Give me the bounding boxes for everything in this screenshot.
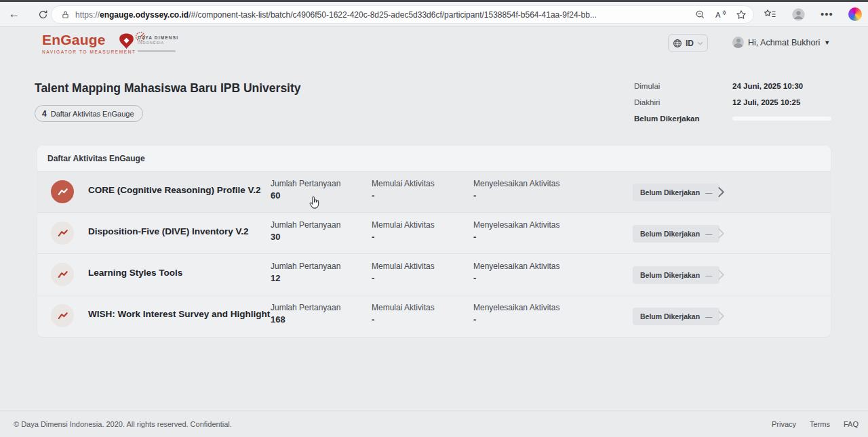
questions-label: Jumlah Pertanyaan: [271, 220, 340, 230]
finish-col: Menyelesaikan Aktivitas -: [473, 262, 559, 283]
finish-col: Menyelesaikan Aktivitas -: [473, 303, 559, 325]
start-col: Memulai Aktivitas -: [372, 303, 435, 325]
card-header: Daftar Aktivitas EnGauge: [37, 146, 831, 171]
browser-window: ← https://engauge.odyssey.co.id/#/compon…: [0, 0, 868, 437]
window-edge: [0, 0, 868, 2]
finish-label: Menyelesaikan Aktivitas: [473, 262, 559, 271]
activities-count-pill[interactable]: 4 Daftar Aktivitas EnGauge: [35, 105, 143, 122]
partner-name-line2: INDONESIA: [138, 41, 178, 45]
end-date-label: Diakhiri: [634, 98, 732, 106]
questions-label: Jumlah Pertanyaan: [271, 303, 340, 312]
url-scheme: https://: [75, 10, 100, 20]
end-date-value: 12 Juli, 2025 10:25: [732, 98, 800, 106]
start-date-row: Dimulai 24 Juni, 2025 10:30: [634, 82, 832, 98]
dash-icon: —: [705, 189, 712, 196]
activity-title: Learning Styles Tools: [88, 268, 182, 278]
url-text: https://engauge.odyssey.co.id/#/componen…: [75, 10, 686, 20]
partner-logo: DAYA DIMENSI INDONESIA: [119, 33, 178, 52]
activity-chart-icon: [51, 222, 74, 245]
end-date-row: Diakhiri 12 Juli, 2025 10:25: [634, 98, 832, 115]
chevron-right-icon[interactable]: [717, 269, 725, 283]
finish-value: -: [473, 273, 559, 283]
start-value: -: [372, 232, 435, 242]
chevron-right-icon[interactable]: [717, 186, 725, 201]
status-text: Belum Dikerjakan: [640, 230, 700, 238]
dash-icon: —: [705, 230, 712, 238]
activity-title: Disposition-Five (DIVE) Inventory V.2: [88, 226, 249, 236]
settings-menu-icon[interactable]: •••: [821, 11, 833, 18]
questions-value: 12: [271, 273, 340, 283]
status-badge: Belum Dikerjakan —: [633, 184, 719, 201]
dash-icon: —: [705, 313, 712, 320]
user-menu[interactable]: Hi, Achmat Bukhori ▼: [732, 37, 830, 48]
questions-col: Jumlah Pertanyaan 60: [271, 179, 340, 201]
start-col: Memulai Aktivitas -: [372, 262, 435, 283]
partner-name-line1: DAYA DIMENSI: [138, 35, 178, 40]
questions-col: Jumlah Pertanyaan 12: [271, 262, 340, 283]
start-date-value: 24 Juni, 2025 10:30: [732, 82, 803, 90]
zoom-out-icon[interactable]: [695, 9, 705, 20]
finish-col: Menyelesaikan Aktivitas -: [473, 179, 559, 201]
globe-icon: [673, 39, 682, 48]
activity-title: WISH: Work Interest Survey and Highlight: [88, 309, 270, 319]
activity-row-dive[interactable]: Disposition-Five (DIVE) Inventory V.2 Ju…: [37, 213, 831, 254]
terms-link[interactable]: Terms: [810, 420, 830, 428]
browser-toolbar: ← https://engauge.odyssey.co.id/#/compon…: [0, 0, 868, 27]
favorite-star-icon[interactable]: [736, 9, 747, 20]
back-button[interactable]: ←: [5, 5, 23, 23]
finish-value: -: [473, 232, 559, 242]
status-text: Belum Dikerjakan: [640, 188, 700, 196]
read-aloud-icon[interactable]: A: [715, 9, 726, 20]
toolbar-actions: •••: [760, 5, 868, 24]
user-caret-icon: ▼: [824, 39, 830, 46]
start-date-label: Dimulai: [634, 82, 732, 90]
chevron-right-icon[interactable]: [717, 310, 725, 325]
finish-col: Menyelesaikan Aktivitas -: [473, 220, 559, 242]
questions-col: Jumlah Pertanyaan 30: [271, 220, 340, 242]
page-footer: © Daya Dimensi Indonesia. 2020. All righ…: [0, 411, 868, 437]
status-badge: Belum Dikerjakan —: [633, 266, 719, 284]
activity-chart-icon: [51, 304, 74, 327]
faq-link[interactable]: FAQ: [844, 420, 859, 428]
start-value: -: [372, 190, 435, 201]
svg-text:A: A: [715, 11, 721, 19]
profile-avatar-icon[interactable]: [791, 7, 806, 22]
activity-row-core[interactable]: CORE (Cognitive Reasoning) Profile V.2 J…: [37, 171, 831, 213]
page-content: EnGauge NAVIGATOR TO MEASUREMENT DAYA DI…: [0, 27, 868, 437]
user-greeting: Hi, Achmat Bukhori: [748, 38, 820, 47]
status-text: Belum Dikerjakan: [640, 312, 700, 320]
status-row: Belum Dikerjakan: [634, 115, 832, 131]
page-title: Talent Mapping Mahasiswa Baru IPB Univer…: [35, 81, 301, 96]
start-value: -: [372, 273, 435, 283]
activity-row-wish[interactable]: WISH: Work Interest Survey and Highlight…: [37, 295, 831, 337]
language-selector[interactable]: ID: [668, 34, 708, 52]
status-badge: Belum Dikerjakan —: [633, 308, 719, 325]
privacy-link[interactable]: Privacy: [772, 420, 796, 428]
finish-value: -: [473, 190, 559, 201]
lock-icon: [61, 10, 70, 20]
refresh-button[interactable]: [34, 5, 52, 23]
user-avatar-icon: [732, 37, 744, 48]
copyright-text: © Daya Dimensi Indonesia. 2020. All righ…: [14, 420, 772, 428]
questions-label: Jumlah Pertanyaan: [271, 262, 340, 271]
questions-col: Jumlah Pertanyaan 168: [271, 303, 340, 325]
questions-value: 30: [271, 232, 340, 242]
questions-label: Jumlah Pertanyaan: [271, 179, 340, 188]
start-label: Memulai Aktivitas: [372, 303, 435, 312]
collections-icon[interactable]: [764, 9, 776, 20]
progress-bar: [732, 117, 831, 121]
status-text: Belum Dikerjakan: [640, 271, 700, 279]
activity-row-learning-styles[interactable]: Learning Styles Tools Jumlah Pertanyaan …: [37, 254, 831, 295]
activity-title: CORE (Cognitive Reasoning) Profile V.2: [88, 185, 261, 195]
chevron-right-icon[interactable]: [717, 228, 725, 242]
start-col: Memulai Aktivitas -: [372, 179, 435, 201]
start-label: Memulai Aktivitas: [372, 262, 435, 271]
finish-value: -: [473, 314, 559, 325]
copilot-icon[interactable]: [848, 7, 862, 21]
address-bar[interactable]: https://engauge.odyssey.co.id/#/componen…: [51, 5, 754, 24]
footer-links: Privacy Terms FAQ: [772, 420, 859, 428]
activity-chart-icon: [51, 180, 74, 203]
start-value: -: [372, 314, 435, 325]
batch-meta: Dimulai 24 Juni, 2025 10:30 Diakhiri 12 …: [634, 82, 832, 131]
status-badge: Belum Dikerjakan —: [633, 225, 719, 243]
